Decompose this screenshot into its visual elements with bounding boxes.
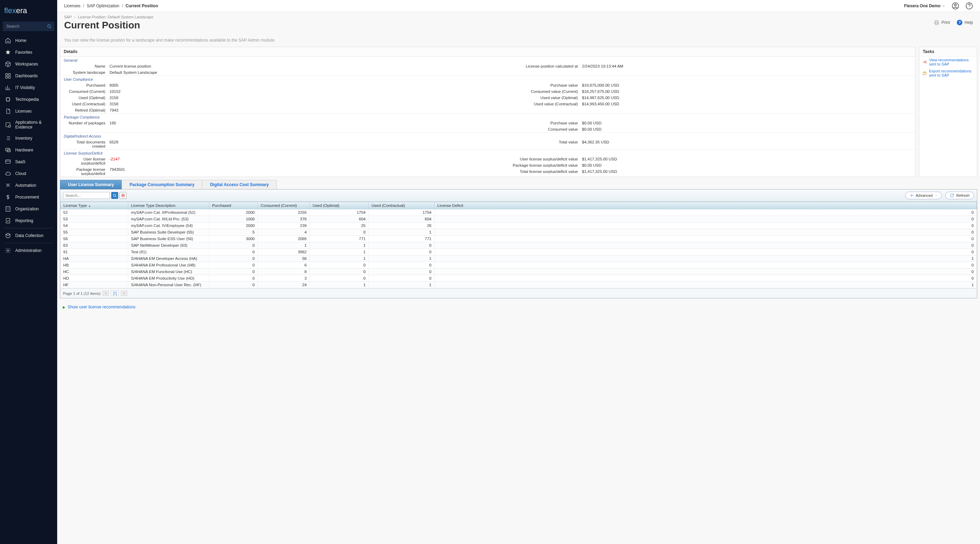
svg-point-0 [48,25,50,27]
group-package-compliance: Package Compliance [60,113,915,120]
nav-hardware[interactable]: Hardware [0,144,57,156]
search-icon[interactable] [47,24,52,29]
table-row[interactable]: 63SAP NetWeaver Developer (63)01100 [60,242,977,249]
table-row[interactable]: 52mySAP.com Cat. II/Professional (52)200… [60,209,977,216]
table-row[interactable]: 54mySAP.com Cat. IV/Employee (54)2000239… [60,223,977,229]
nav-home[interactable]: Home [0,35,57,46]
nav-label: Technopedia [15,97,39,102]
nav-it-visibility[interactable]: IT Visibility [0,82,57,94]
nav-workspaces[interactable]: Workspaces [0,58,57,70]
tab-user-license-summary[interactable]: User License Summary [60,180,122,189]
mini-crumb-position: License Position: Default System Landsca… [78,15,154,19]
table-row[interactable]: HAS/4HANA EM Developer Access (HA)056111 [60,255,977,262]
cell-optimal: 1 [310,282,369,288]
kv-value: 10152 [110,89,121,94]
kv-label: Used value (Contractual) [492,102,578,106]
cell-desc: S/4HANA EM Developer Access (HA) [128,255,209,262]
task-label: Export recommendations sent to SAP [929,69,974,77]
col-purchased[interactable]: Purchased [209,202,258,209]
nav-favorites[interactable]: Favorites [0,46,57,58]
crumb-sap-opt[interactable]: SAP Optimization [87,3,119,8]
cell-purchased: 0 [209,275,258,282]
pager-prev[interactable]: < [103,291,109,296]
help-icon[interactable] [966,2,973,10]
tab-digital-access-cost[interactable]: Digital Access Cost Summary [202,180,277,189]
col-consumed[interactable]: Consumed (Current) [258,202,310,209]
nav-procurement[interactable]: Procurement [0,191,57,203]
pager-next[interactable]: > [121,291,127,296]
table-row[interactable]: 53mySAP.com Cat. III/Ltd Pro. (53)100037… [60,216,977,223]
cell-purchased: 0 [209,249,258,255]
mini-crumb-sap[interactable]: SAP [64,15,72,19]
col-contractual[interactable]: Used (Contractual) [369,202,434,209]
nav-data-collection[interactable]: Data Collection [0,230,57,242]
chevron-down-icon [935,194,937,197]
nav-label: Hardware [15,148,33,153]
cell-optimal: 0 [310,262,369,269]
tasks-panel: Tasks View recommendations sent to SAP E… [919,47,977,177]
task-view-recommendations[interactable]: View recommendations sent to SAP [920,56,977,68]
print-button[interactable]: Print [934,20,950,25]
cell-consumed: 2255 [258,209,310,216]
nav-inventory[interactable]: Inventory [0,132,57,144]
kv-value: 3158 [110,102,119,106]
col-optimal[interactable]: Used (Optimal) [310,202,369,209]
nav-saas[interactable]: SaaS [0,156,57,168]
kv-value: $0.00 USD [582,127,601,131]
cell-deficit: 0 [434,269,977,275]
col-description[interactable]: License Type Description [128,202,209,209]
nav-technopedia[interactable]: Technopedia [0,94,57,105]
col-license-type[interactable]: License Type [60,202,128,209]
table-search-input[interactable] [63,192,110,199]
table-row[interactable]: 91Test (91)03962100 [60,249,977,255]
task-export-recommendations[interactable]: Export recommendations sent to SAP [920,68,977,79]
help-button[interactable]: ? Help [957,20,973,25]
table-row[interactable]: HBS/4HANA EM Professional Use (HB)06000 [60,262,977,269]
chevron-down-icon [942,4,945,8]
table-row[interactable]: 56SAP Business Suite ESS User (56)300020… [60,235,977,242]
svg-rect-4 [6,76,7,78]
cell-desc: S/4HANA EM Professional Use (HB) [128,262,209,269]
nav-apps-evidence[interactable]: Applications & Evidence [0,117,57,132]
nav-organization[interactable]: Organization [0,203,57,215]
table-row[interactable]: 55SAP Business Suite Developer (55)54010 [60,229,977,235]
table-search-button[interactable] [111,192,118,199]
tab-package-consumption[interactable]: Package Consumption Summary [122,180,202,189]
nav-cloud[interactable]: Cloud [0,168,57,180]
cell-lt: 63 [60,242,128,249]
show-recommendations-link[interactable]: ▶ Show user license recommendations [63,305,974,309]
advanced-label: Advanced [916,193,933,197]
crumb-licenses[interactable]: Licenses [64,3,80,8]
nav-dashboards[interactable]: Dashboards [0,70,57,82]
svg-point-23 [911,195,912,196]
nav-licenses[interactable]: Licenses [0,105,57,117]
refresh-button[interactable]: Refresh [945,192,974,199]
nav-reporting[interactable]: Reporting [0,215,57,227]
nav-label: Applications & Evidence [15,120,52,130]
cell-lt: 53 [60,216,128,223]
help-circle-icon: ? [957,20,963,25]
footer-link: ▶ Show user license recommendations [60,301,977,317]
cell-contractual: 0 [369,242,434,249]
nav-automation[interactable]: Automation [0,180,57,191]
nav-label: Licenses [15,109,32,114]
user-icon[interactable] [951,2,959,10]
cell-contractual: 1 [369,255,434,262]
table-row[interactable]: HDS/4HANA EM Productivity Use (HD)03000 [60,275,977,282]
org-icon [5,206,11,212]
group-digital-access: Digital/Indirect Access [60,132,915,139]
cell-lt: 55 [60,229,128,235]
kv-label: Total value [492,140,578,144]
pager-page-1[interactable]: [1] [111,291,119,296]
nav-administration[interactable]: Administration [0,245,57,256]
table-row[interactable]: HCS/4HANA EM Functional Use (HC)08000 [60,269,977,275]
crumb-sep: / [122,3,123,8]
table-clear-button[interactable] [119,192,126,199]
cell-lt: HA [60,255,128,262]
table-row[interactable]: HFS/4HANA Non-Personal User Rec. (HF)024… [60,282,977,288]
kv-value: 165 [110,121,116,125]
advanced-button[interactable]: Advanced [905,192,942,199]
print-icon [934,20,939,25]
col-deficit[interactable]: License Deficit [434,202,977,209]
tenant-menu[interactable]: Flexera One Demo [904,3,945,8]
